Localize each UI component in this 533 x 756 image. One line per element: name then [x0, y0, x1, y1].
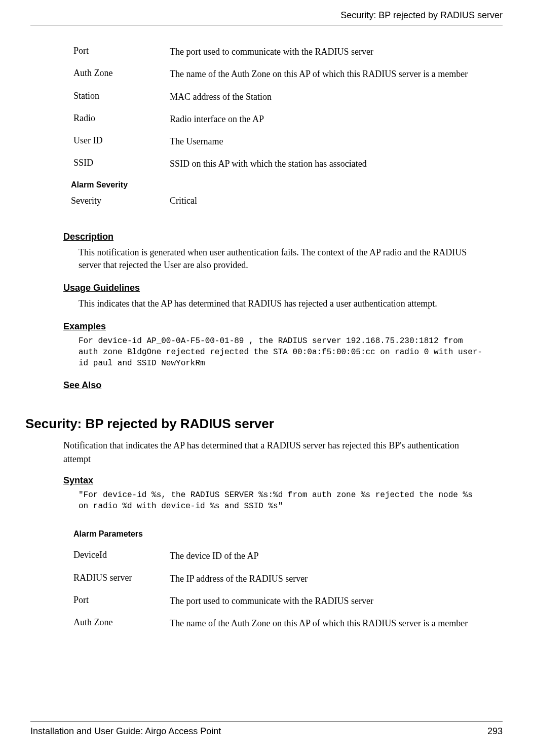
table-row: DeviceId The device ID of the AP [73, 550, 503, 562]
table-row: Station MAC address of the Station [73, 91, 503, 103]
table-row: Auth Zone The name of the Auth Zone on t… [73, 68, 503, 80]
param-label: User ID [73, 135, 170, 146]
footer-page-number: 293 [487, 726, 503, 737]
see-also-heading: See Also [63, 380, 503, 391]
description-body: This notification is generated when user… [79, 246, 482, 272]
param-label: DeviceId [73, 550, 170, 560]
param-desc: The port used to communicate with the RA… [170, 46, 503, 58]
table-row: SSID SSID on this AP with which the stat… [73, 158, 503, 170]
param-label: SSID [73, 158, 170, 168]
param-label: Port [73, 595, 170, 606]
alarm-severity-heading: Alarm Severity [71, 180, 503, 190]
page-footer: Installation and User Guide: Airgo Acces… [30, 722, 503, 737]
param-label: Port [73, 46, 170, 56]
param-desc: SSID on this AP with which the station h… [170, 158, 503, 170]
param-desc: The IP address of the RADIUS server [170, 573, 503, 585]
description-heading: Description [63, 232, 503, 242]
param-label: Radio [73, 113, 170, 124]
page-header-title: Security: BP rejected by RADIUS server [30, 10, 503, 25]
main-section-heading: Security: BP rejected by RADIUS server [25, 416, 503, 432]
examples-heading: Examples [63, 321, 503, 332]
severity-value: Critical [170, 196, 197, 206]
param-desc: The name of the Auth Zone on this AP of … [170, 68, 503, 80]
table-row: Port The port used to communicate with t… [73, 46, 503, 58]
param-desc: MAC address of the Station [170, 91, 503, 103]
param-desc: The port used to communicate with the RA… [170, 595, 503, 607]
severity-label: Severity [71, 196, 170, 206]
table-row: Auth Zone The name of the Auth Zone on t… [73, 617, 503, 629]
syntax-code: "For device-id %s, the RADIUS SERVER %s:… [79, 490, 482, 512]
usage-guidelines-heading: Usage Guidelines [63, 283, 503, 293]
table-row: RADIUS server The IP address of the RADI… [73, 573, 503, 585]
table-row: Radio Radio interface on the AP [73, 113, 503, 125]
table-row: User ID The Username [73, 135, 503, 147]
param-label: Auth Zone [73, 617, 170, 628]
param-label: Auth Zone [73, 68, 170, 79]
param-desc: The name of the Auth Zone on this AP of … [170, 617, 503, 629]
alarm-parameters-heading: Alarm Parameters [73, 530, 503, 539]
main-section-body: Notification that indicates the AP has d… [63, 439, 482, 466]
param-desc: Radio interface on the AP [170, 113, 503, 125]
footer-left: Installation and User Guide: Airgo Acces… [30, 726, 221, 737]
param-label: RADIUS server [73, 573, 170, 583]
usage-guidelines-body: This indicates that the AP has determine… [79, 297, 482, 310]
param-desc: The device ID of the AP [170, 550, 503, 562]
alarm-parameters-table: DeviceId The device ID of the AP RADIUS … [73, 550, 503, 629]
param-label: Station [73, 91, 170, 101]
severity-row: Severity Critical [71, 196, 503, 206]
param-desc: The Username [170, 135, 503, 147]
syntax-heading: Syntax [63, 475, 503, 486]
examples-code: For device-id AP_00-0A-F5-00-01-89 , the… [79, 336, 482, 369]
top-parameters-table: Port The port used to communicate with t… [73, 46, 503, 170]
table-row: Port The port used to communicate with t… [73, 595, 503, 607]
